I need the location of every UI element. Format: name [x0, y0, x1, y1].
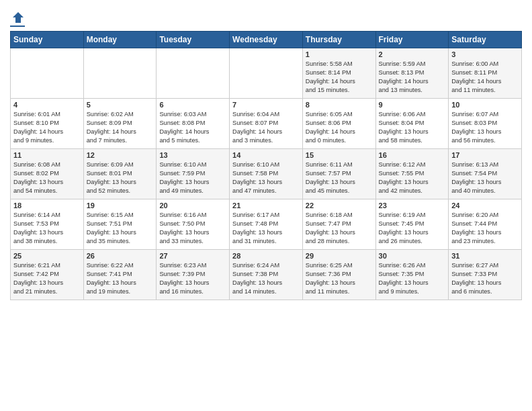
calendar-cell: 14Sunrise: 6:10 AM Sunset: 7:58 PM Dayli… — [230, 149, 303, 199]
day-info: Sunrise: 6:06 AM Sunset: 8:04 PM Dayligh… — [379, 110, 446, 145]
day-info: Sunrise: 6:16 AM Sunset: 7:50 PM Dayligh… — [159, 211, 226, 246]
day-number: 20 — [159, 201, 226, 210]
day-info: Sunrise: 6:27 AM Sunset: 7:33 PM Dayligh… — [451, 261, 519, 296]
calendar-cell: 8Sunrise: 6:05 AM Sunset: 8:06 PM Daylig… — [302, 99, 375, 149]
calendar-cell: 26Sunrise: 6:22 AM Sunset: 7:41 PM Dayli… — [83, 250, 157, 300]
day-info: Sunrise: 6:09 AM Sunset: 8:01 PM Dayligh… — [87, 161, 154, 195]
calendar-cell: 3Sunrise: 6:00 AM Sunset: 8:11 PM Daylig… — [449, 48, 522, 99]
svg-marker-0 — [13, 12, 24, 23]
weekday-header-wednesday: Wednesday — [230, 32, 303, 48]
calendar-cell: 11Sunrise: 6:08 AM Sunset: 8:02 PM Dayli… — [11, 149, 84, 199]
day-number: 5 — [87, 101, 154, 109]
day-number: 30 — [379, 252, 446, 260]
day-number: 23 — [379, 201, 446, 210]
calendar-cell: 27Sunrise: 6:23 AM Sunset: 7:39 PM Dayli… — [157, 250, 230, 300]
day-info: Sunrise: 6:07 AM Sunset: 8:03 PM Dayligh… — [451, 110, 519, 145]
day-number: 22 — [306, 201, 373, 210]
calendar-cell: 12Sunrise: 6:09 AM Sunset: 8:01 PM Dayli… — [83, 149, 157, 199]
calendar-row-3: 11Sunrise: 6:08 AM Sunset: 8:02 PM Dayli… — [11, 149, 522, 199]
day-info: Sunrise: 5:58 AM Sunset: 8:14 PM Dayligh… — [306, 60, 373, 95]
day-number: 26 — [87, 252, 154, 260]
day-number: 28 — [232, 252, 300, 260]
day-number: 4 — [13, 101, 81, 109]
day-number: 3 — [451, 50, 519, 58]
day-number: 15 — [306, 151, 373, 159]
calendar-cell: 24Sunrise: 6:20 AM Sunset: 7:44 PM Dayli… — [449, 199, 522, 250]
calendar-cell: 10Sunrise: 6:07 AM Sunset: 8:03 PM Dayli… — [449, 99, 522, 149]
calendar-cell: 29Sunrise: 6:25 AM Sunset: 7:36 PM Dayli… — [302, 250, 375, 300]
calendar-cell: 19Sunrise: 6:15 AM Sunset: 7:51 PM Dayli… — [83, 199, 157, 250]
calendar-cell: 20Sunrise: 6:16 AM Sunset: 7:50 PM Dayli… — [157, 199, 230, 250]
logo-icon — [11, 11, 25, 24]
day-info: Sunrise: 6:14 AM Sunset: 7:53 PM Dayligh… — [13, 211, 81, 246]
day-number: 16 — [379, 151, 446, 159]
day-info: Sunrise: 6:04 AM Sunset: 8:07 PM Dayligh… — [232, 110, 300, 145]
weekday-header-row: SundayMondayTuesdayWednesdayThursdayFrid… — [11, 32, 522, 48]
calendar-row-2: 4Sunrise: 6:01 AM Sunset: 8:10 PM Daylig… — [11, 99, 522, 149]
day-number: 13 — [159, 151, 226, 159]
day-info: Sunrise: 6:18 AM Sunset: 7:47 PM Dayligh… — [306, 211, 373, 246]
calendar-cell: 22Sunrise: 6:18 AM Sunset: 7:47 PM Dayli… — [302, 199, 375, 250]
calendar-table: SundayMondayTuesdayWednesdayThursdayFrid… — [10, 31, 522, 300]
day-info: Sunrise: 6:05 AM Sunset: 8:06 PM Dayligh… — [306, 110, 373, 145]
day-info: Sunrise: 6:24 AM Sunset: 7:38 PM Dayligh… — [232, 261, 300, 296]
weekday-header-thursday: Thursday — [302, 32, 375, 48]
day-info: Sunrise: 6:22 AM Sunset: 7:41 PM Dayligh… — [87, 261, 154, 296]
calendar-row-1: 1Sunrise: 5:58 AM Sunset: 8:14 PM Daylig… — [11, 48, 522, 99]
calendar-cell: 5Sunrise: 6:02 AM Sunset: 8:09 PM Daylig… — [83, 99, 157, 149]
calendar-cell: 1Sunrise: 5:58 AM Sunset: 8:14 PM Daylig… — [302, 48, 375, 99]
day-info: Sunrise: 6:02 AM Sunset: 8:09 PM Dayligh… — [87, 110, 154, 145]
day-info: Sunrise: 6:10 AM Sunset: 7:59 PM Dayligh… — [159, 161, 226, 195]
weekday-header-saturday: Saturday — [449, 32, 522, 48]
day-number: 29 — [306, 252, 373, 260]
calendar-row-5: 25Sunrise: 6:21 AM Sunset: 7:42 PM Dayli… — [11, 250, 522, 300]
weekday-header-tuesday: Tuesday — [157, 32, 230, 48]
calendar-cell: 21Sunrise: 6:17 AM Sunset: 7:48 PM Dayli… — [230, 199, 303, 250]
day-info: Sunrise: 6:21 AM Sunset: 7:42 PM Dayligh… — [13, 261, 81, 296]
calendar-row-4: 18Sunrise: 6:14 AM Sunset: 7:53 PM Dayli… — [11, 199, 522, 250]
day-number: 21 — [232, 201, 300, 210]
day-info: Sunrise: 6:19 AM Sunset: 7:45 PM Dayligh… — [379, 211, 446, 246]
calendar-cell — [83, 48, 157, 99]
weekday-header-friday: Friday — [375, 32, 449, 48]
day-info: Sunrise: 6:25 AM Sunset: 7:36 PM Dayligh… — [306, 261, 373, 296]
day-info: Sunrise: 6:01 AM Sunset: 8:10 PM Dayligh… — [13, 110, 81, 145]
day-number: 27 — [159, 252, 226, 260]
calendar-cell — [230, 48, 303, 99]
calendar-cell: 7Sunrise: 6:04 AM Sunset: 8:07 PM Daylig… — [230, 99, 303, 149]
weekday-header-monday: Monday — [83, 32, 157, 48]
logo — [10, 11, 25, 27]
day-number: 11 — [13, 151, 81, 159]
calendar-cell: 15Sunrise: 6:11 AM Sunset: 7:57 PM Dayli… — [302, 149, 375, 199]
calendar-cell: 25Sunrise: 6:21 AM Sunset: 7:42 PM Dayli… — [11, 250, 84, 300]
day-info: Sunrise: 6:08 AM Sunset: 8:02 PM Dayligh… — [13, 161, 81, 195]
calendar-cell: 2Sunrise: 5:59 AM Sunset: 8:13 PM Daylig… — [375, 48, 449, 99]
day-info: Sunrise: 5:59 AM Sunset: 8:13 PM Dayligh… — [379, 60, 446, 95]
day-number: 24 — [451, 201, 519, 210]
calendar-cell: 6Sunrise: 6:03 AM Sunset: 8:08 PM Daylig… — [157, 99, 230, 149]
day-number: 6 — [159, 101, 226, 109]
day-number: 17 — [451, 151, 519, 159]
day-info: Sunrise: 6:15 AM Sunset: 7:51 PM Dayligh… — [87, 211, 154, 246]
day-info: Sunrise: 6:17 AM Sunset: 7:48 PM Dayligh… — [232, 211, 300, 246]
day-info: Sunrise: 6:11 AM Sunset: 7:57 PM Dayligh… — [306, 161, 373, 195]
day-number: 18 — [13, 201, 81, 210]
day-info: Sunrise: 6:03 AM Sunset: 8:08 PM Dayligh… — [159, 110, 226, 145]
calendar-cell: 23Sunrise: 6:19 AM Sunset: 7:45 PM Dayli… — [375, 199, 449, 250]
day-number: 9 — [379, 101, 446, 109]
day-number: 25 — [13, 252, 81, 260]
calendar-cell — [157, 48, 230, 99]
calendar-cell: 9Sunrise: 6:06 AM Sunset: 8:04 PM Daylig… — [375, 99, 449, 149]
day-info: Sunrise: 6:20 AM Sunset: 7:44 PM Dayligh… — [451, 211, 519, 246]
weekday-header-sunday: Sunday — [11, 32, 84, 48]
calendar-cell: 4Sunrise: 6:01 AM Sunset: 8:10 PM Daylig… — [11, 99, 84, 149]
day-number: 12 — [87, 151, 154, 159]
calendar-cell: 13Sunrise: 6:10 AM Sunset: 7:59 PM Dayli… — [157, 149, 230, 199]
day-number: 1 — [306, 50, 373, 58]
day-number: 10 — [451, 101, 519, 109]
day-info: Sunrise: 6:10 AM Sunset: 7:58 PM Dayligh… — [232, 161, 300, 195]
day-info: Sunrise: 6:12 AM Sunset: 7:55 PM Dayligh… — [379, 161, 446, 195]
page-header — [10, 7, 522, 27]
day-number: 19 — [87, 201, 154, 210]
calendar-cell: 28Sunrise: 6:24 AM Sunset: 7:38 PM Dayli… — [230, 250, 303, 300]
